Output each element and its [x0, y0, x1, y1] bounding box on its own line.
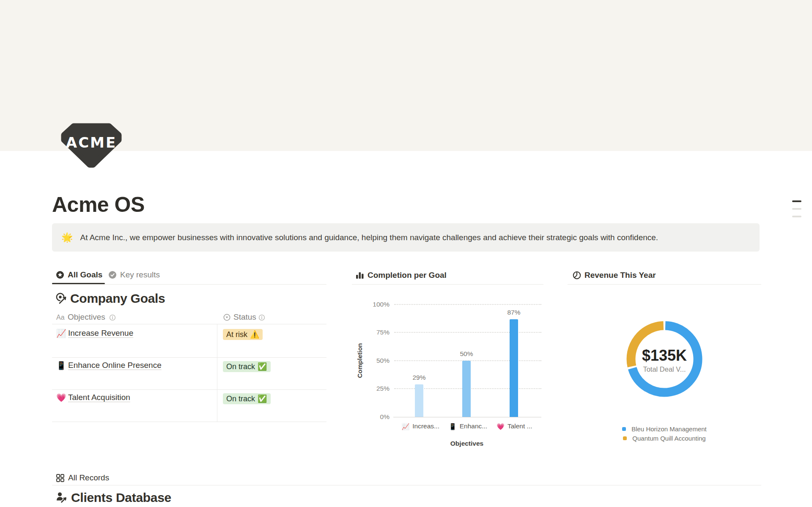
legend-label: Enhanc... — [460, 422, 488, 430]
bar-value-label: 29% — [406, 374, 432, 381]
legend-item[interactable]: 📈 Increas... — [402, 422, 439, 430]
completion-chart-title: Completion per Goal — [368, 271, 447, 280]
bar-value-label: 87% — [501, 309, 527, 316]
column-divider — [217, 324, 217, 422]
objective-link-enhance-online-presence[interactable]: Enhance Online Presence — [68, 361, 162, 370]
column-header-status[interactable]: Status — [233, 312, 256, 322]
clients-database-heading[interactable]: Clients Database — [71, 491, 171, 505]
y-tick-0: 0% — [362, 413, 390, 421]
active-tab-underline — [52, 283, 105, 284]
glowing-star-icon: 🌟 — [61, 233, 73, 242]
donut-total-label: Total Deal V... — [622, 365, 707, 373]
acme-logo-icon[interactable]: ACME — [61, 123, 122, 168]
page-title: Acme OS — [52, 192, 145, 217]
table-border — [52, 389, 326, 390]
growing-heart-emoji-icon: 💗 — [497, 423, 505, 430]
grid-view-icon — [56, 474, 64, 484]
logo-text: ACME — [66, 134, 117, 151]
bar-talent-acquisition: 87% — [510, 304, 518, 417]
legend-label: Increas... — [412, 422, 439, 430]
x-axis-title: Objectives — [393, 440, 540, 447]
outline-indicator-line-1[interactable] — [792, 200, 801, 202]
chart-increasing-emoji-icon: 📈 — [402, 423, 410, 430]
outline-indicator-line-2[interactable] — [792, 208, 801, 210]
status-text: At risk — [226, 330, 247, 339]
tab-all-records[interactable]: All Records — [68, 473, 109, 482]
legend-item[interactable]: 💗 Talent ... — [497, 422, 532, 430]
legend-label: Bleu Horizon Management — [631, 425, 707, 433]
table-border — [52, 324, 326, 324]
y-tick-50: 50% — [362, 357, 390, 364]
legend-item[interactable]: Quantum Quill Accounting — [623, 435, 705, 442]
company-goals-heading[interactable]: Company Goals — [70, 291, 165, 306]
info-icon[interactable] — [109, 314, 116, 323]
legend-label: Talent ... — [508, 422, 532, 430]
text-type-icon: Aa — [56, 314, 65, 321]
table-border — [52, 357, 326, 358]
objective-link-increase-revenue[interactable]: Increase Revenue — [68, 329, 133, 338]
warning-emoji-icon: ⚠️ — [250, 330, 259, 339]
objective-link-talent-acquisition[interactable]: Talent Acquisition — [68, 393, 130, 402]
chart-title-divider — [352, 284, 543, 285]
bar-chart-legend: 📈 Increas... 📱 Enhanc... 💗 Talent ... — [393, 422, 540, 430]
status-badge[interactable]: At risk ⚠️ — [223, 329, 263, 340]
check-emoji-icon: ✅ — [258, 362, 267, 371]
pie-chart-icon — [573, 271, 581, 281]
records-tabs-divider — [52, 485, 761, 485]
callout-text: At Acme Inc., we empower businesses with… — [80, 233, 658, 242]
revenue-chart-title: Revenue This Year — [584, 271, 656, 280]
donut-total-value: $135K — [622, 347, 707, 364]
bar-value-label: 50% — [454, 350, 479, 358]
status-text: On track — [226, 362, 255, 371]
outline-indicator-line-3[interactable] — [792, 216, 801, 217]
donut-legend: Bleu Horizon Management Quantum Quill Ac… — [568, 425, 761, 442]
bar-chart-icon — [356, 271, 364, 281]
tab-all-goals[interactable]: All Goals — [68, 270, 102, 280]
status-badge[interactable]: On track ✅ — [223, 361, 271, 372]
legend-item[interactable]: Bleu Horizon Management — [622, 425, 707, 433]
bar-increase-revenue: 29% — [415, 304, 423, 417]
status-text: On track — [226, 394, 255, 403]
notion-page: ACME Acme OS 🌟 At Acme Inc., we empower … — [0, 0, 812, 507]
tabs-divider — [52, 284, 326, 285]
y-tick-100: 100% — [362, 301, 390, 308]
star-circle-icon — [56, 271, 64, 280]
status-badge[interactable]: On track ✅ — [223, 393, 271, 404]
x-axis-line — [393, 417, 541, 417]
column-header-objectives[interactable]: Objectives — [68, 312, 105, 322]
chart-increasing-emoji-icon: 📈 — [56, 329, 66, 337]
mobile-phone-emoji-icon: 📱 — [449, 423, 457, 430]
select-property-icon — [223, 314, 230, 323]
growing-heart-emoji-icon: 💗 — [56, 394, 66, 402]
tab-key-results[interactable]: Key results — [120, 270, 160, 280]
legend-swatch-blue — [622, 427, 626, 431]
y-tick-75: 75% — [362, 329, 390, 336]
check-circle-icon — [109, 271, 116, 280]
target-arrow-icon — [55, 292, 67, 306]
legend-label: Quantum Quill Accounting — [632, 435, 705, 442]
check-emoji-icon: ✅ — [258, 394, 267, 403]
chart-title-divider — [568, 284, 761, 285]
legend-swatch-yellow — [623, 436, 627, 440]
callout: 🌟 At Acme Inc., we empower businesses wi… — [52, 223, 760, 252]
bar-enhance-online-presence: 50% — [462, 304, 471, 417]
legend-item[interactable]: 📱 Enhanc... — [449, 422, 487, 430]
info-icon[interactable] — [258, 314, 265, 323]
table-border — [52, 422, 326, 422]
page-cover[interactable] — [0, 0, 812, 151]
mobile-phone-emoji-icon: 📱 — [56, 362, 66, 370]
y-tick-25: 25% — [362, 385, 390, 392]
person-arrow-icon — [55, 491, 67, 505]
